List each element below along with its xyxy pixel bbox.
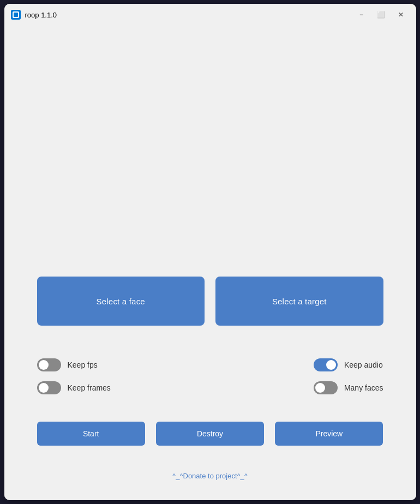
- keep-audio-thumb: [326, 360, 336, 370]
- keep-audio-row: Keep audio: [314, 358, 383, 371]
- start-button[interactable]: Start: [37, 422, 145, 446]
- select-target-button[interactable]: Select a target: [215, 277, 383, 326]
- keep-frames-toggle[interactable]: [37, 381, 61, 394]
- keep-audio-label: Keep audio: [344, 361, 383, 369]
- keep-fps-row: Keep fps: [37, 358, 111, 371]
- maximize-button[interactable]: ⬜: [373, 7, 390, 22]
- titlebar-controls: − ⬜ ✕: [353, 7, 410, 22]
- close-button[interactable]: ✕: [392, 7, 410, 22]
- many-faces-toggle[interactable]: [314, 381, 338, 394]
- toggles-section: Keep fps Keep frames: [37, 358, 383, 394]
- keep-frames-label: Keep frames: [68, 383, 111, 392]
- keep-fps-label: Keep fps: [68, 361, 98, 369]
- keep-fps-toggle[interactable]: [37, 358, 61, 371]
- minimize-button[interactable]: −: [353, 7, 370, 22]
- app-window: roop 1.1.0 − ⬜ ✕ Select a face Select a …: [4, 4, 416, 500]
- top-area: [37, 37, 383, 277]
- destroy-button[interactable]: Destroy: [156, 422, 264, 446]
- preview-button[interactable]: Preview: [275, 422, 383, 446]
- main-content: Select a face Select a target Keep fps: [4, 26, 416, 500]
- app-icon: [11, 10, 21, 20]
- toggles-left: Keep fps Keep frames: [37, 358, 111, 394]
- keep-frames-row: Keep frames: [37, 381, 111, 394]
- titlebar: roop 1.1.0 − ⬜ ✕: [4, 4, 416, 26]
- action-buttons-row: Start Destroy Preview: [37, 422, 383, 446]
- many-faces-label: Many faces: [344, 383, 383, 392]
- select-face-button[interactable]: Select a face: [37, 277, 205, 326]
- many-faces-row: Many faces: [314, 381, 383, 394]
- toggles-right: Keep audio Many faces: [314, 358, 383, 394]
- donate-link[interactable]: ^_^Donate to project^_^: [172, 472, 248, 480]
- select-buttons-row: Select a face Select a target: [37, 277, 383, 326]
- footer: ^_^Donate to project^_^: [172, 462, 248, 489]
- keep-audio-toggle[interactable]: [314, 358, 338, 371]
- app-title: roop 1.1.0: [25, 11, 57, 19]
- keep-fps-thumb: [39, 360, 49, 370]
- keep-frames-thumb: [39, 383, 49, 393]
- svg-rect-2: [14, 13, 18, 17]
- many-faces-thumb: [315, 383, 325, 393]
- titlebar-left: roop 1.1.0: [11, 10, 57, 20]
